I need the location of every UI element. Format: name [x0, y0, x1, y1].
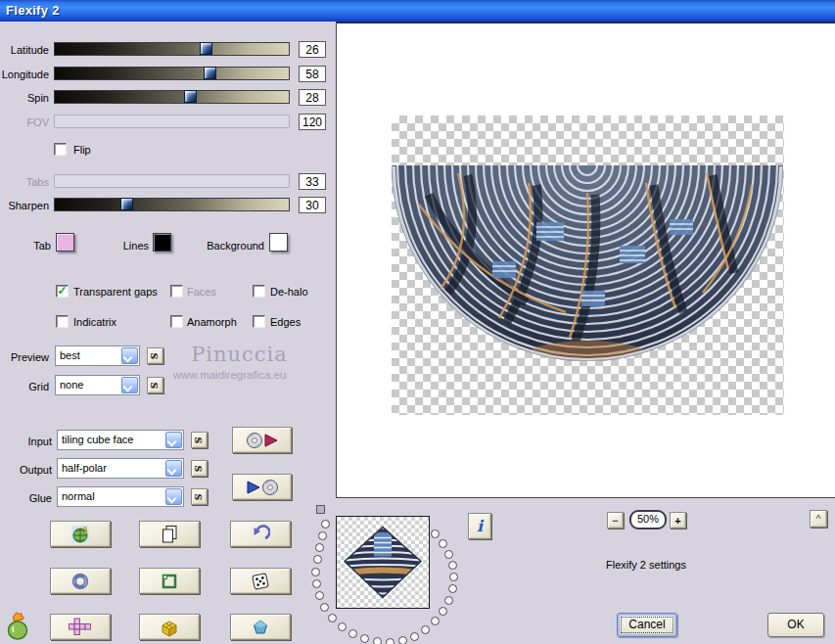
chevron-down-icon[interactable]	[165, 488, 182, 505]
grid-dropdown[interactable]: none	[55, 375, 140, 395]
sharpen-slider[interactable]	[54, 198, 290, 211]
sharpen-slider-thumb[interactable]	[120, 198, 133, 210]
ring-icon	[70, 572, 90, 591]
input-dropdown-value: tiling cube face	[62, 434, 133, 445]
disc-icon	[261, 479, 279, 496]
fov-label: FOV	[0, 116, 49, 128]
dial-dot	[444, 550, 453, 559]
cube-net-icon	[68, 618, 93, 636]
copy-button[interactable]	[139, 521, 200, 547]
dial-dot	[318, 531, 327, 540]
dial-dot	[448, 561, 457, 570]
longitude-value[interactable]: 58	[299, 66, 326, 82]
flexify-dialog: Flexify 2	[0, 0, 835, 644]
preview-dropdown-label: Preview	[0, 351, 49, 363]
flip-label: Flip	[73, 144, 113, 156]
yellow-box-button[interactable]	[139, 614, 200, 640]
indicatrix-checkbox[interactable]	[56, 315, 69, 328]
undo-button[interactable]	[230, 521, 291, 547]
latitude-slider-thumb[interactable]	[200, 42, 212, 55]
dial-dot	[348, 629, 357, 638]
tab-color-swatch[interactable]	[56, 233, 74, 252]
gem-button[interactable]	[230, 614, 291, 640]
yellow-box-icon	[159, 618, 180, 637]
spin-value[interactable]: 28	[299, 89, 326, 106]
dice-icon	[250, 571, 271, 592]
dial-dot	[320, 603, 329, 612]
spin-slider-thumb[interactable]	[184, 90, 197, 103]
transparent-gaps-checkbox[interactable]: ✓	[56, 285, 69, 298]
dial-dot	[398, 636, 407, 644]
longitude-slider[interactable]	[54, 67, 290, 80]
anamorph-checkbox[interactable]	[170, 315, 183, 328]
collapse-button[interactable]: ^	[810, 510, 827, 528]
sharpen-label: Sharpen	[0, 200, 49, 211]
output-s-button[interactable]: s	[191, 460, 208, 477]
preview-image-halfdome	[390, 165, 785, 363]
load-settings-button[interactable]	[232, 474, 292, 500]
anamorph-label: Anamorph	[187, 316, 255, 328]
zoom-out-button[interactable]: −	[607, 512, 624, 529]
edges-checkbox[interactable]	[253, 315, 265, 328]
spin-globe-button[interactable]	[50, 521, 111, 547]
edges-label: Edges	[270, 316, 329, 328]
dial-dot	[313, 555, 322, 564]
zoom-in-button[interactable]: +	[670, 512, 686, 529]
dial-dot	[410, 632, 419, 641]
chevron-down-icon[interactable]	[165, 432, 182, 448]
ok-button[interactable]: OK	[767, 613, 824, 637]
check-mark: ✓	[57, 284, 67, 298]
flip-checkbox[interactable]	[54, 143, 67, 156]
sharpen-value[interactable]: 30	[299, 197, 326, 213]
background-color-swatch[interactable]	[269, 233, 288, 252]
cancel-button[interactable]: Cancel	[617, 613, 677, 637]
dial-start-marker	[316, 505, 325, 514]
random-dice-button[interactable]	[230, 568, 291, 594]
save-settings-button[interactable]	[232, 427, 292, 453]
input-dropdown-label: Input	[0, 436, 52, 447]
fov-value[interactable]: 120	[299, 114, 326, 130]
dial-dot	[444, 596, 453, 605]
input-s-button[interactable]: s	[191, 432, 208, 448]
preview-panel[interactable]	[336, 22, 835, 498]
lines-color-swatch[interactable]	[153, 233, 171, 252]
longitude-slider-thumb[interactable]	[204, 67, 216, 79]
cube-net-button[interactable]	[50, 614, 111, 640]
frame-icon	[160, 572, 179, 591]
spin-slider[interactable]	[54, 90, 290, 104]
de-halo-label: De-halo	[270, 286, 329, 298]
fov-slider	[54, 115, 290, 128]
tabs-value[interactable]: 33	[299, 173, 326, 190]
zoom-level: 50%	[629, 510, 667, 529]
input-dropdown[interactable]: tiling cube face	[57, 430, 184, 450]
glue-dropdown[interactable]: normal	[57, 486, 184, 507]
dial-dot	[431, 617, 440, 625]
info-button[interactable]: i	[468, 513, 491, 539]
dial-dot	[431, 529, 440, 538]
dial-dot	[315, 543, 324, 552]
transparent-gaps-label: Transparent gaps	[73, 286, 166, 298]
thumbnail-image	[337, 517, 429, 608]
caret-up-icon: ^	[815, 513, 820, 525]
latitude-slider[interactable]	[54, 42, 290, 56]
chevron-down-icon[interactable]	[121, 347, 138, 364]
dial-dot	[448, 584, 457, 593]
copy-pages-icon	[160, 525, 179, 544]
settings-caption: Flexify 2 settings	[578, 559, 715, 571]
preview-dropdown[interactable]: best	[55, 345, 140, 366]
de-halo-checkbox[interactable]	[253, 285, 265, 298]
faces-checkbox	[170, 285, 183, 298]
chevron-down-icon[interactable]	[165, 460, 182, 477]
red-arrow-icon	[263, 433, 279, 448]
output-dropdown[interactable]: half-polar	[57, 458, 184, 479]
glue-s-button[interactable]: s	[191, 488, 208, 505]
output-dropdown-value: half-polar	[62, 462, 107, 474]
title-bar[interactable]: Flexify 2	[0, 0, 835, 22]
spin-label: Spin	[0, 92, 49, 104]
ring-button[interactable]	[50, 568, 111, 594]
frame-button[interactable]	[139, 568, 200, 594]
source-thumbnail[interactable]	[336, 516, 430, 609]
dial-dot	[386, 638, 394, 644]
tab-swatch-label: Tab	[8, 240, 51, 252]
latitude-value[interactable]: 26	[299, 41, 326, 58]
